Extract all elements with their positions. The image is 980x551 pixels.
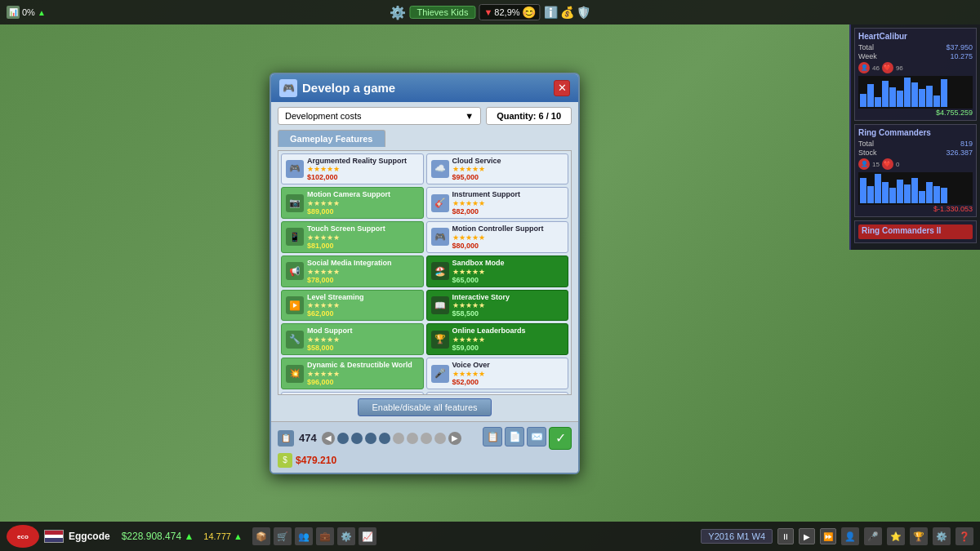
feature-item[interactable]: 🏆Online Leaderboards★★★★★$59,000 — [426, 323, 569, 355]
rc2-title: Ring Commanders II — [862, 226, 969, 235]
feature-price: $95,000 — [452, 173, 564, 181]
question-icon[interactable]: ❓ — [956, 527, 973, 545]
settings2-icon[interactable]: ⚙️ — [933, 527, 951, 545]
chart2-icon[interactable]: 📈 — [359, 527, 376, 545]
profile-icon[interactable]: 👤 — [841, 527, 859, 545]
nav-dot-7[interactable] — [421, 433, 432, 444]
feature-icon: 🔧 — [286, 331, 304, 349]
box-icon[interactable]: 📦 — [252, 527, 270, 545]
chart-bar — [860, 94, 866, 107]
rc-val2: 326.387 — [946, 149, 973, 157]
fast-forward-button[interactable]: ⏩ — [820, 528, 836, 544]
rc-stock-row: 👤 15 ❤️ 0 — [858, 158, 973, 170]
feature-item[interactable]: 💥Dynamic & Destructible World★★★★★$96,00… — [281, 358, 424, 389]
feature-name: Instrument Support — [452, 190, 564, 199]
feature-name: Cloud Service — [452, 157, 564, 166]
feature-icon: 🏖️ — [431, 262, 449, 280]
feature-stars: ★★★★★ — [307, 370, 419, 378]
nav-dot-8[interactable] — [434, 433, 446, 444]
nav-dot-6[interactable] — [407, 433, 418, 444]
rc-money-red: $-1.330.053 — [858, 205, 973, 213]
nav-dots-container: ◀ ▶ — [322, 432, 461, 445]
feature-item[interactable]: 🏖️Sandbox Mode★★★★★$65,000 — [426, 256, 569, 287]
feature-item[interactable]: 🎸Instrument Support★★★★★$82,000 — [426, 187, 569, 219]
feature-item[interactable]: 📖Interactive Story★★★★★$58,500 — [426, 290, 569, 322]
tab-gameplay-features[interactable]: Gameplay Features — [278, 130, 385, 147]
feature-info: Social Media Integration★★★★★$78,000 — [307, 259, 419, 284]
nav-dot-5[interactable] — [393, 433, 404, 444]
rc-orders-icon: ❤️ — [882, 158, 893, 170]
development-costs-dropdown[interactable]: Development costs ▼ — [278, 107, 481, 125]
footer-doc1-button[interactable]: 📋 — [483, 427, 502, 447]
feature-price: $58,500 — [452, 309, 564, 318]
feature-price: $62,000 — [307, 309, 419, 318]
bottom-right-area: Y2016 M1 W4 ⏸ ▶ ⏩ 👤 🎤 ⭐ 🏆 ⚙️ ❓ — [701, 527, 973, 545]
feature-price: $96,000 — [307, 378, 419, 386]
feature-item[interactable]: ▶️Level Streaming★★★★★$62,000 — [281, 290, 424, 322]
chart-bar — [882, 81, 889, 107]
chart-bar — [926, 86, 933, 107]
feature-name: Motion Camera Support — [307, 190, 419, 199]
orders-val: 96 — [896, 64, 903, 72]
footer-mail-button[interactable]: ✉️ — [527, 427, 546, 447]
dialog-controls-row: Development costs ▼ Quantity: 6 / 10 — [278, 107, 572, 125]
feature-item[interactable]: 📷Motion Camera Support★★★★★$89,000 — [281, 187, 424, 219]
chart-bar — [904, 184, 911, 203]
nav-prev-button[interactable]: ◀ — [322, 432, 335, 445]
settings-icon-area[interactable]: ⚙️ — [390, 5, 406, 20]
money-value: $228.908.474 — [122, 531, 181, 542]
feature-item[interactable]: 🎮Argumented Reality Support★★★★★$102,000 — [281, 153, 424, 185]
feature-item[interactable]: 📱Touch Screen Support★★★★★$81,000 — [281, 221, 424, 253]
top-pct-display: 📊 0% ▲ — [7, 6, 46, 19]
feature-item[interactable]: 🎤Voice Over★★★★★$52,000 — [426, 358, 569, 389]
feature-price: $89,000 — [307, 207, 419, 216]
feature-item[interactable]: 📢Social Media Integration★★★★★$78,000 — [281, 256, 424, 287]
feature-item[interactable]: 🔧Mod Support★★★★★$58,000 — [281, 323, 424, 355]
nav-next-button[interactable]: ▶ — [448, 432, 461, 445]
feature-icon: 📖 — [431, 296, 449, 314]
people-icon[interactable]: 👥 — [295, 527, 313, 545]
trophy-icon[interactable]: 🏆 — [910, 527, 928, 545]
feature-item[interactable]: ⏮️See Replay Function★★★★★ — [281, 392, 424, 394]
briefcase-icon[interactable]: 💼 — [316, 527, 334, 545]
feature-stars: ★★★★★ — [307, 165, 419, 173]
chart-bar — [933, 186, 940, 203]
feature-item[interactable]: ☁️Cloud Service★★★★★$95,000 — [426, 153, 569, 185]
chart-bar — [860, 178, 866, 203]
nav-dot-1[interactable] — [337, 433, 349, 444]
feature-item[interactable]: 😊Morale Mechanics★★★★★ — [426, 392, 569, 394]
pct-value: 0% — [22, 7, 35, 17]
feature-name: Dynamic & Destructible World — [307, 361, 419, 370]
nav-dot-4[interactable] — [379, 433, 390, 444]
feature-name: Argumented Reality Support — [307, 157, 419, 166]
feature-info: Cloud Service★★★★★$95,000 — [452, 157, 564, 182]
feature-name: Voice Over — [452, 361, 564, 370]
feature-info: Voice Over★★★★★$52,000 — [452, 361, 564, 386]
quantity-display: Quantity: 6 / 10 — [486, 107, 572, 125]
feature-stars: ★★★★★ — [452, 199, 564, 207]
feature-price: $102,000 — [307, 173, 419, 181]
total-row: Total $37.950 — [858, 43, 973, 51]
nav-dot-2[interactable] — [351, 433, 363, 444]
dialog-overlay: 🎮 Develop a game ✕ Development costs ▼ Q… — [0, 24, 849, 522]
chart-bar — [875, 97, 881, 107]
play-button[interactable]: ▶ — [799, 528, 815, 544]
cart-icon[interactable]: 🛒 — [274, 527, 292, 545]
feature-stars: ★★★★★ — [307, 233, 419, 242]
gear2-icon[interactable]: ⚙️ — [337, 527, 355, 545]
footer-confirm-button[interactable]: ✓ — [549, 427, 572, 450]
pause-button[interactable]: ⏸ — [777, 528, 794, 544]
workers-trend: ▲ — [234, 531, 243, 541]
dialog-close-button[interactable]: ✕ — [554, 80, 570, 96]
rc-title: Ring Commanders — [858, 128, 973, 137]
nav-dot-3[interactable] — [365, 433, 376, 444]
feature-item[interactable]: 🎮Motion Controller Support★★★★★$80,000 — [426, 221, 569, 253]
company-logo: eco — [7, 525, 39, 548]
enable-disable-all-button[interactable]: Enable/disable all features — [358, 398, 491, 416]
company-name: Eggcode — [69, 531, 110, 542]
dialog-title-area: 🎮 Develop a game — [279, 79, 395, 97]
footer-doc2-button[interactable]: 📄 — [505, 427, 524, 447]
mic-icon[interactable]: 🎤 — [864, 527, 882, 545]
feature-stars: ★★★★★ — [307, 335, 419, 344]
star-icon[interactable]: ⭐ — [887, 527, 905, 545]
